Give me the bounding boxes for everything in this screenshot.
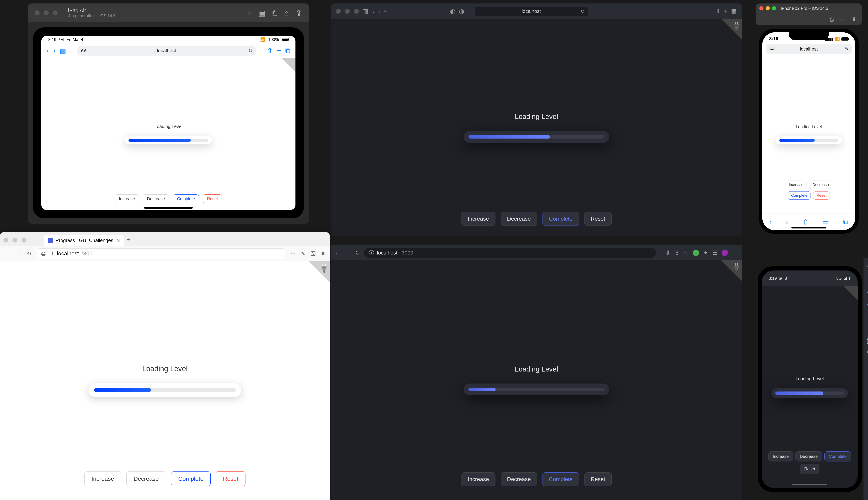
- text-size-icon[interactable]: AA: [81, 48, 87, 53]
- complete-button[interactable]: Complete: [542, 212, 579, 226]
- traffic-close[interactable]: [336, 9, 341, 14]
- sidebar-icon[interactable]: ▥: [362, 8, 368, 15]
- traffic-close[interactable]: [35, 10, 39, 15]
- increase-button[interactable]: Increase: [84, 471, 121, 486]
- complete-button[interactable]: Complete: [171, 471, 211, 486]
- camera-icon[interactable]: 📷: [867, 337, 868, 344]
- star-icon[interactable]: ☆: [684, 249, 689, 256]
- back-icon[interactable]: ←: [335, 249, 341, 256]
- traffic-zoom[interactable]: [354, 9, 359, 14]
- reset-button[interactable]: Reset: [813, 191, 830, 200]
- shield-icon[interactable]: ◒: [41, 250, 46, 257]
- firefox-url-field[interactable]: ◒ 🗋 localhost:3000: [37, 248, 285, 259]
- devtools-corner-flag[interactable]: [282, 58, 296, 72]
- shield-icon[interactable]: ◐: [450, 8, 455, 15]
- complete-button[interactable]: Complete: [173, 194, 199, 203]
- decrease-button[interactable]: Decrease: [501, 212, 537, 226]
- forward-icon[interactable]: →: [345, 249, 351, 256]
- complete-button[interactable]: Complete: [824, 451, 851, 462]
- home-icon[interactable]: ⌂: [841, 16, 844, 23]
- reading-list-icon[interactable]: ☰: [712, 249, 718, 256]
- complete-button[interactable]: Complete: [788, 191, 811, 200]
- menu-icon[interactable]: ≡: [321, 250, 324, 257]
- traffic-close[interactable]: [759, 6, 764, 10]
- reload-icon[interactable]: ↻: [249, 48, 252, 54]
- increase-button[interactable]: Increase: [461, 473, 495, 486]
- increase-button[interactable]: Increase: [461, 212, 495, 226]
- chrome-url-field[interactable]: ⓘ localhost:3000: [364, 248, 656, 258]
- increase-button[interactable]: Increase: [768, 451, 793, 462]
- decrease-button[interactable]: Decrease: [126, 471, 166, 486]
- forward-icon[interactable]: ›: [384, 8, 386, 15]
- extensions-icon[interactable]: ✦: [703, 249, 708, 256]
- devtools-corner-flag[interactable]: [721, 19, 742, 40]
- new-tab-icon[interactable]: +: [277, 47, 281, 55]
- tabs-icon[interactable]: ⧉: [843, 218, 848, 226]
- reset-button[interactable]: Reset: [584, 473, 612, 486]
- volume-down-icon[interactable]: 🔉: [867, 299, 868, 306]
- home-indicator[interactable]: [144, 207, 193, 209]
- sidebar-icon[interactable]: ▥: [59, 47, 66, 55]
- traffic-minimize[interactable]: [345, 9, 350, 14]
- decrease-button[interactable]: Decrease: [796, 451, 822, 462]
- safari-url-field[interactable]: localhost ↻: [475, 7, 588, 16]
- chevron-down-icon[interactable]: ⌄: [372, 9, 375, 14]
- share-icon[interactable]: ⇪: [851, 16, 857, 23]
- close-tab-icon[interactable]: ✕: [116, 238, 120, 243]
- pointer-icon[interactable]: ⌖: [247, 9, 251, 18]
- info-icon[interactable]: ⓘ: [369, 249, 374, 257]
- back-icon[interactable]: ‹: [379, 8, 381, 15]
- reload-icon[interactable]: ↻: [355, 249, 360, 256]
- iphone-window-titlebar[interactable]: iPhone 12 Pro – iOS 14.5: [756, 3, 862, 13]
- complete-button[interactable]: Complete: [542, 473, 579, 486]
- traffic-zoom[interactable]: [53, 10, 58, 15]
- devtools-corner-flag[interactable]: [309, 261, 330, 282]
- increase-button[interactable]: Increase: [115, 194, 139, 203]
- screenshot-icon[interactable]: ⎙: [273, 9, 277, 18]
- close-icon[interactable]: ✕: [866, 263, 868, 269]
- reset-button[interactable]: Reset: [216, 471, 245, 486]
- home-indicator[interactable]: [791, 227, 826, 228]
- traffic-zoom[interactable]: [22, 238, 26, 242]
- traffic-minimize[interactable]: [12, 238, 18, 242]
- iphone-url-field[interactable]: AA localhost ↻: [766, 44, 852, 54]
- traffic-close[interactable]: [3, 238, 8, 242]
- reload-icon[interactable]: ↻: [581, 9, 584, 14]
- firefox-tab[interactable]: Progress | GUI Challenges ✕: [44, 235, 124, 246]
- new-tab-icon[interactable]: +: [127, 236, 131, 243]
- reset-button[interactable]: Reset: [203, 194, 222, 203]
- traffic-zoom[interactable]: [772, 6, 776, 10]
- share-icon[interactable]: ⇪: [296, 9, 302, 18]
- devtools-corner-flag[interactable]: [844, 286, 858, 300]
- share-icon[interactable]: ⇧: [802, 218, 808, 226]
- decrease-button[interactable]: Decrease: [501, 473, 537, 486]
- reset-button[interactable]: Reset: [800, 464, 820, 474]
- home-icon[interactable]: ⌂: [284, 9, 289, 18]
- forward-icon[interactable]: →: [16, 250, 22, 257]
- rotate-icon[interactable]: ▣: [258, 9, 266, 18]
- home-indicator[interactable]: [792, 484, 827, 486]
- share-icon[interactable]: ⇧: [267, 47, 273, 55]
- back-icon[interactable]: ←: [5, 250, 11, 257]
- star-icon[interactable]: ☆: [290, 250, 296, 257]
- forward-icon[interactable]: ›: [53, 47, 55, 55]
- key-icon[interactable]: ⚿: [311, 250, 316, 257]
- zoom-icon[interactable]: 🔍: [867, 349, 868, 356]
- contrast-icon[interactable]: ◑: [459, 8, 464, 15]
- reload-icon[interactable]: ↻: [27, 250, 32, 257]
- profile-icon[interactable]: [722, 250, 728, 256]
- text-size-icon[interactable]: AA: [769, 47, 775, 51]
- screenshot-icon[interactable]: ⎙: [830, 16, 834, 23]
- back-icon[interactable]: ‹: [47, 47, 49, 55]
- increase-button[interactable]: Increase: [786, 181, 807, 189]
- new-tab-icon[interactable]: +: [724, 8, 728, 15]
- extension-icon[interactable]: [693, 250, 699, 256]
- eyedropper-icon[interactable]: ✎: [301, 250, 305, 257]
- reload-icon[interactable]: ↻: [845, 46, 848, 52]
- lock-icon[interactable]: 🗋: [49, 250, 54, 257]
- volume-up-icon[interactable]: 🔊: [867, 287, 868, 294]
- bookmarks-icon[interactable]: ▭: [822, 218, 829, 226]
- tabs-icon[interactable]: ▦: [731, 8, 737, 15]
- install-icon[interactable]: ⇩: [665, 249, 670, 256]
- share-icon[interactable]: ⇧: [715, 8, 720, 15]
